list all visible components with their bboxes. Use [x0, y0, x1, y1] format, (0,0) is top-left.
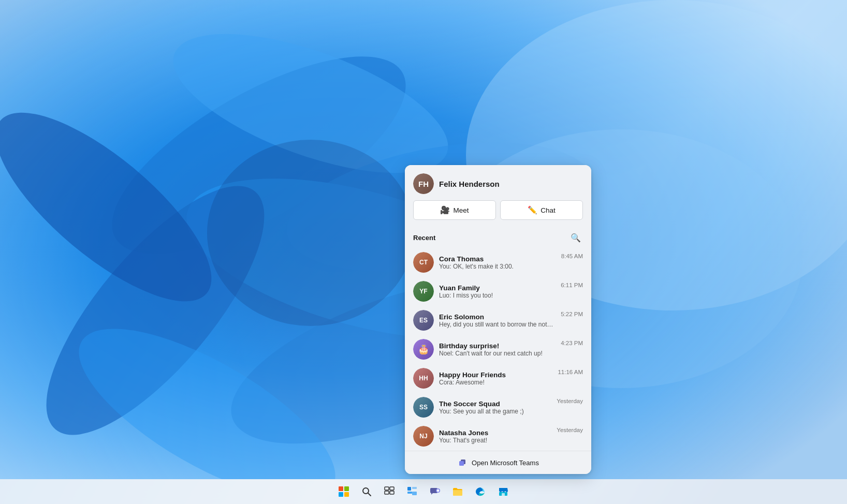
chat-time: 11:16 AM: [558, 369, 583, 375]
file-explorer-button[interactable]: [447, 481, 468, 502]
chat-avatar: ES: [413, 310, 434, 331]
svg-rect-23: [390, 487, 394, 490]
chat-info: Cora Thomas You: OK, let's make it 3:00.: [439, 255, 556, 270]
chat-name: Happy Hour Friends: [439, 371, 552, 379]
chat-avatar: 🎂: [413, 339, 434, 360]
user-name: Felix Henderson: [439, 180, 500, 188]
svg-point-15: [461, 461, 462, 463]
chat-avatar: CT: [413, 252, 434, 273]
group-avatar-icon: 🎂: [413, 339, 434, 360]
meet-label: Meet: [453, 206, 469, 214]
svg-rect-22: [385, 487, 389, 490]
taskbar: [0, 479, 847, 504]
action-buttons-row: 🎥 Meet ✏️ Chat: [405, 200, 591, 227]
svg-rect-24: [385, 491, 389, 494]
recent-label: Recent: [413, 234, 435, 242]
widgets-button[interactable]: [402, 481, 422, 502]
chat-preview: You: See you all at the game ;): [439, 408, 551, 415]
chat-list-item[interactable]: NJ Natasha Jones You: That's great! Yest…: [405, 422, 591, 451]
taskview-button[interactable]: [379, 481, 400, 502]
store-button[interactable]: [493, 481, 514, 502]
svg-rect-18: [339, 492, 343, 497]
svg-rect-34: [502, 493, 505, 496]
chat-list-item[interactable]: SS The Soccer Squad You: See you all at …: [405, 393, 591, 422]
chat-preview: You: That's great!: [439, 437, 551, 444]
chat-list-item[interactable]: HH Happy Hour Friends Cora: Awesome! 11:…: [405, 364, 591, 393]
open-teams-label: Open Microsoft Teams: [472, 459, 539, 467]
chat-time: Yesterday: [557, 398, 583, 404]
chat-compose-icon: ✏️: [528, 205, 537, 215]
chat-info: Birthday surprise! Noel: Can't wait for …: [439, 342, 556, 357]
chat-name: Eric Solomon: [439, 313, 556, 321]
chat-time: 4:23 PM: [561, 340, 583, 346]
contact-avatar: CT: [413, 252, 434, 273]
contact-avatar: HH: [413, 368, 434, 389]
chat-preview: Noel: Can't wait for our next catch up!: [439, 350, 556, 357]
svg-rect-28: [407, 492, 412, 494]
chat-list-item[interactable]: YF Yuan Family Luo: I miss you too! 6:11…: [405, 277, 591, 306]
contact-avatar: YF: [413, 281, 434, 302]
chat-taskbar-button[interactable]: [425, 481, 445, 502]
chat-info: Eric Solomon Hey, did you still want to …: [439, 313, 556, 328]
contact-avatar: ES: [413, 310, 434, 331]
svg-point-32: [437, 490, 440, 492]
chat-preview: Hey, did you still want to borrow the no…: [439, 321, 556, 328]
user-avatar: FH: [413, 173, 434, 194]
chat-time: 5:22 PM: [561, 311, 583, 317]
chat-avatar: NJ: [413, 426, 434, 447]
chat-list-item[interactable]: CT Cora Thomas You: OK, let's make it 3:…: [405, 248, 591, 277]
chat-name: Natasha Jones: [439, 429, 551, 437]
recent-header: Recent 🔍: [405, 227, 591, 248]
contact-avatar: SS: [413, 397, 434, 418]
svg-rect-17: [344, 486, 349, 491]
svg-rect-16: [339, 486, 343, 491]
chat-info: Natasha Jones You: That's great!: [439, 429, 551, 444]
teams-logo-icon: [457, 457, 468, 468]
svg-point-14: [462, 459, 464, 461]
chat-time: 8:45 AM: [561, 253, 583, 259]
start-button[interactable]: [333, 481, 354, 502]
chat-list-item[interactable]: ES Eric Solomon Hey, did you still want …: [405, 306, 591, 335]
contact-avatar: NJ: [413, 426, 434, 447]
meet-button[interactable]: 🎥 Meet: [413, 200, 496, 220]
svg-rect-27: [412, 487, 417, 489]
svg-line-21: [368, 493, 371, 496]
chat-preview: Cora: Awesome!: [439, 379, 552, 386]
chat-list: CT Cora Thomas You: OK, let's make it 3:…: [405, 248, 591, 451]
chat-name: Cora Thomas: [439, 255, 556, 263]
chat-avatar: SS: [413, 397, 434, 418]
chat-name: Birthday surprise!: [439, 342, 556, 350]
taskbar-search-button[interactable]: [356, 481, 377, 502]
panel-header: FH Felix Henderson: [405, 165, 591, 200]
svg-rect-19: [344, 492, 349, 497]
search-button[interactable]: 🔍: [568, 230, 583, 245]
svg-rect-29: [412, 492, 417, 495]
svg-rect-26: [407, 487, 411, 491]
chat-preview: You: OK, let's make it 3:00.: [439, 263, 556, 270]
chat-label: Chat: [541, 206, 556, 214]
chat-avatar: YF: [413, 281, 434, 302]
svg-rect-25: [390, 491, 394, 494]
chat-list-item[interactable]: 🎂 Birthday surprise! Noel: Can't wait fo…: [405, 335, 591, 364]
chat-panel: FH Felix Henderson 🎥 Meet ✏️ Chat Recent…: [405, 165, 591, 474]
chat-info: Yuan Family Luo: I miss you too!: [439, 284, 556, 299]
chat-time: Yesterday: [557, 427, 583, 433]
svg-point-11: [207, 140, 414, 326]
chat-avatar: HH: [413, 368, 434, 389]
chat-name: The Soccer Squad: [439, 400, 551, 408]
chat-name: Yuan Family: [439, 284, 556, 292]
chat-preview: Luo: I miss you too!: [439, 292, 556, 299]
edge-browser-button[interactable]: [470, 481, 491, 502]
video-icon: 🎥: [440, 205, 450, 215]
chat-button[interactable]: ✏️ Chat: [500, 200, 583, 220]
open-teams-footer[interactable]: Open Microsoft Teams: [405, 451, 591, 474]
chat-info: Happy Hour Friends Cora: Awesome!: [439, 371, 552, 386]
chat-info: The Soccer Squad You: See you all at the…: [439, 400, 551, 415]
chat-time: 6:11 PM: [561, 282, 583, 288]
